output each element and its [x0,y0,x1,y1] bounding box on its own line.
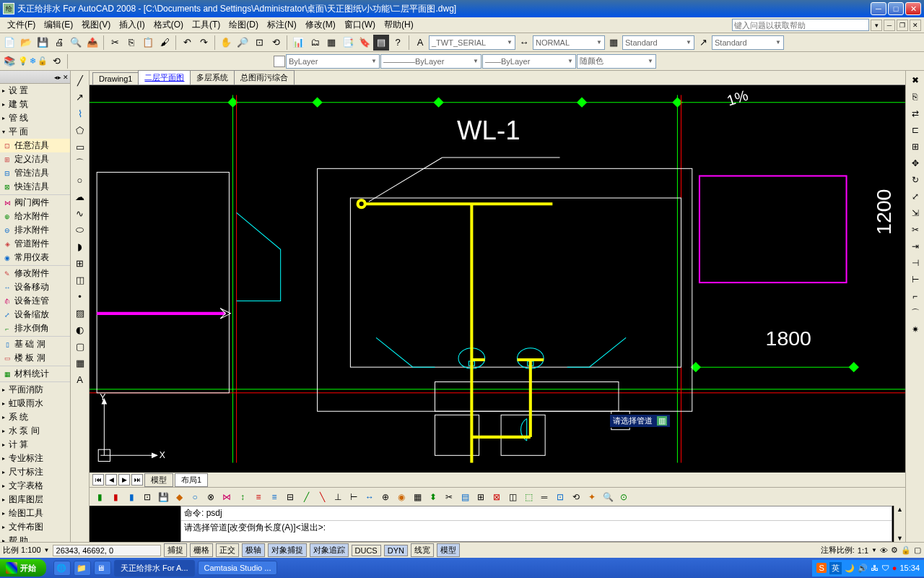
save-icon[interactable]: 💾 [35,35,51,51]
sidebar-item-drain-fitting[interactable]: ⊖排水附件 [0,223,70,237]
polygon-icon[interactable]: ⬠ [72,122,88,138]
quick-launch-2[interactable]: 📁 [74,561,91,576]
paste-icon[interactable]: 📋 [140,35,156,51]
bt-10[interactable]: ≡ [251,490,266,504]
tray-shield-icon[interactable]: 🛡 [881,564,889,572]
sidebar-item-foundation-hole[interactable]: ▯基 础 洞 [0,337,70,351]
ellipse-icon[interactable]: ⬭ [72,222,88,238]
dimstyle-icon[interactable]: ↔ [516,35,532,51]
doc-restore-button[interactable]: ❐ [897,20,908,31]
tray-net-icon[interactable]: 🖧 [871,564,879,572]
tab-next-icon[interactable]: ▶ [118,474,130,486]
quick-launch-3[interactable]: 🖥 [94,561,111,575]
tray-sound-icon[interactable]: 🔊 [858,564,868,573]
ray-icon[interactable]: ↗ [72,89,88,105]
task-autocad[interactable]: 天正给排水 For A... [114,560,195,577]
markup-icon[interactable]: 🔖 [357,35,372,51]
task-camtasia[interactable]: Camtasia Studio ... [198,561,278,575]
menu-draw[interactable]: 绘图(D) [225,17,263,33]
bt-29[interactable]: ⊡ [553,490,567,504]
new-icon[interactable]: 📄 [1,35,17,51]
bt-7[interactable]: ⊗ [204,490,218,504]
sidebar-item-conn-equip[interactable]: ⫛设备连管 [0,294,70,308]
lineweight-dropdown[interactable]: —— ByLayer▼ [482,54,576,69]
sidebar-item-floor-hole[interactable]: ▭楼 板 洞 [0,351,70,365]
bt-20[interactable]: ▦ [410,490,424,504]
print-icon[interactable]: 🖨 [51,35,67,51]
array-icon[interactable]: ⊞ [907,139,923,155]
ellipsearc-icon[interactable]: ◗ [72,238,88,254]
bt-11[interactable]: ≡ [267,490,282,504]
scale-icon[interactable]: ⤢ [907,189,923,204]
tray-moon-icon[interactable]: 🌙 [845,564,855,573]
cut-icon[interactable]: ✂ [107,35,123,51]
dimstyle-dropdown[interactable]: NORMAL▼ [533,35,605,50]
bt-2[interactable]: ▮ [108,490,123,504]
tablestyle-dropdown[interactable]: Standard▼ [622,35,694,50]
copy-icon[interactable]: ⎘ [123,35,139,51]
block-icon[interactable]: ◫ [72,272,88,288]
tab-general[interactable]: 总图雨污综合 [234,70,295,85]
layer-manager-icon[interactable]: 📚 [1,53,17,69]
panel-pin-icon[interactable]: ◂▸ [54,74,61,81]
bt-4[interactable]: ⊡ [140,490,154,504]
join-icon[interactable]: ⊢ [907,272,923,288]
toggle-dyn[interactable]: DYN [384,545,408,556]
sidebar-item-modify-fitting[interactable]: ✎修改附件 [0,267,70,280]
cmd-scrollbar[interactable]: ▲▼ [894,506,905,542]
bt-25[interactable]: ⊠ [489,490,504,504]
toolpal-icon[interactable]: ▦ [323,35,339,51]
arc-icon[interactable]: ⌒ [72,155,88,171]
line-icon[interactable]: ╱ [72,72,88,88]
menu-file[interactable]: 文件(F) [3,17,40,33]
tablestyle-icon[interactable]: ▦ [606,35,622,51]
menu-modify[interactable]: 修改(M) [301,17,340,33]
layer-prev-icon[interactable]: ⟲ [48,53,64,69]
toggle-ortho[interactable]: 正交 [216,543,239,557]
start-button[interactable]: 开始 [0,559,46,577]
toggle-ducs[interactable]: DUCS [352,545,381,556]
bt-19[interactable]: ◉ [394,490,409,504]
revcloud-icon[interactable]: ☁ [72,189,88,204]
textstyle-icon[interactable]: A [412,35,428,51]
sidebar-item-scale-equip[interactable]: ⤢设备缩放 [0,308,70,322]
bt-27[interactable]: ⬚ [521,490,536,504]
tab-model[interactable]: 模型 [144,473,173,487]
tab-drawing1[interactable]: Drawing1 [92,72,139,85]
canvas[interactable]: 1200 1800 1% WL-1 [90,85,905,473]
fillet-icon[interactable]: ⌒ [907,305,923,321]
stretch-icon[interactable]: ⇲ [907,205,923,221]
status-lock-icon[interactable]: 🔒 [901,545,911,555]
bt-5[interactable]: ◆ [172,490,186,504]
pline-icon[interactable]: ⌇ [72,105,88,121]
bt-21[interactable]: ⬍ [426,490,440,504]
bt-save[interactable]: 💾 [156,490,170,504]
toggle-otrack[interactable]: 对象追踪 [310,543,349,557]
tray-lang[interactable]: 英 [829,562,842,574]
sidebar-item-quick-fixture[interactable]: ⊠快连洁具 [0,180,70,194]
menu-tools[interactable]: 工具(T) [188,17,225,33]
bt-31[interactable]: ✦ [585,490,599,504]
offset-icon[interactable]: ⊏ [907,122,923,138]
sidebar-item-building[interactable]: ▸建 筑 [0,98,70,111]
bt-14[interactable]: ╲ [315,490,329,504]
sidebar-item-size-dim[interactable]: ▸尺寸标注 [0,465,70,479]
menu-insert[interactable]: 插入(I) [115,17,149,33]
sidebar-item-material-stat[interactable]: ▦材料统计 [0,367,70,381]
sheet-icon[interactable]: 📑 [340,35,356,51]
bt-9[interactable]: ↕ [235,490,250,504]
sidebar-item-siphon[interactable]: ▸虹吸雨水 [0,397,70,410]
sidebar-item-system[interactable]: ▸系 统 [0,410,70,424]
bt-24[interactable]: ⊞ [474,490,488,504]
sidebar-item-fire[interactable]: ▸平面消防 [0,383,70,397]
color-swatch[interactable] [274,56,285,67]
sidebar-item-instrument[interactable]: ◉常用仪表 [0,251,70,264]
bt-32[interactable]: 🔍 [601,490,615,504]
toggle-osnap[interactable]: 对象捕捉 [268,543,307,557]
command-area[interactable]: 命令: psdj 请选择管道[改变倒角长度(A)]<退出>: [180,506,892,542]
help-search-input[interactable] [732,19,869,31]
copy2-icon[interactable]: ⎘ [907,89,923,105]
tray-rec-icon[interactable]: ● [892,564,897,572]
redo-icon[interactable]: ↷ [196,35,212,51]
menu-window[interactable]: 窗口(W) [340,17,380,33]
